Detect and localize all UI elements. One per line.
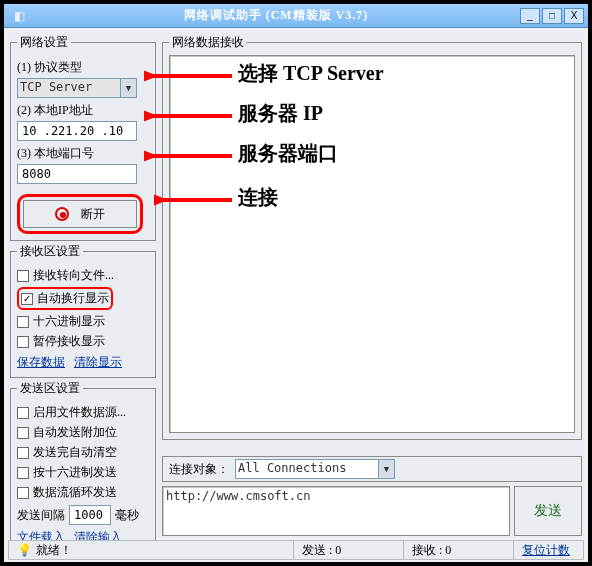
window-title: 网络调试助手 (CM精装版 V3.7) (34, 7, 518, 24)
tx-value: 0 (335, 543, 341, 558)
file-src-checkbox[interactable] (17, 407, 29, 419)
auto-clear-checkbox[interactable] (17, 447, 29, 459)
connection-target-label: 连接对象： (169, 461, 229, 478)
pause-view-checkbox[interactable] (17, 336, 29, 348)
loop-send-checkbox[interactable] (17, 487, 29, 499)
annotation-port: 服务器端口 (238, 140, 338, 167)
recv-to-file-label: 接收转向文件... (33, 267, 114, 284)
connection-target-select[interactable]: All Connections ▼ (235, 459, 395, 479)
interval-value[interactable] (72, 507, 108, 523)
local-ip-value[interactable] (20, 123, 134, 139)
local-port-label: (3) 本地端口号 (17, 145, 149, 162)
rx-value: 0 (445, 543, 451, 558)
recv-data-title: 网络数据接收 (169, 34, 247, 51)
hex-view-checkbox[interactable] (17, 316, 29, 328)
save-data-link[interactable]: 保存数据 (17, 355, 65, 369)
send-settings-title: 发送区设置 (17, 380, 83, 397)
recv-settings-title: 接收区设置 (17, 243, 83, 260)
recv-to-file-checkbox[interactable] (17, 270, 29, 282)
local-ip-input[interactable] (17, 121, 137, 141)
interval-input[interactable] (69, 505, 111, 525)
hex-send-checkbox[interactable] (17, 467, 29, 479)
reset-counter-link[interactable]: 复位计数 (522, 542, 570, 559)
protocol-type-value: TCP Server (20, 80, 92, 94)
loop-send-label: 数据流循环发送 (33, 484, 117, 501)
protocol-type-label: (1) 协议类型 (17, 59, 149, 76)
local-port-value[interactable] (20, 166, 134, 182)
bulb-icon: 💡 (17, 543, 32, 558)
system-menu-icon[interactable]: ◧ (10, 7, 28, 25)
send-textarea[interactable]: http://www.cmsoft.cn (162, 486, 510, 536)
recv-settings-group: 接收区设置 接收转向文件... 自动换行显示 十六进制显示 暂停接收显示 (10, 243, 156, 378)
recv-textarea[interactable] (169, 55, 575, 433)
status-ready: 就绪！ (36, 542, 72, 559)
local-ip-label: (2) 本地IP地址 (17, 102, 149, 119)
network-settings-group: 网络设置 (1) 协议类型 TCP Server ▼ (2) 本地IP地址 (3… (10, 34, 156, 241)
interval-label-a: 发送间隔 (17, 507, 65, 524)
pause-view-label: 暂停接收显示 (33, 333, 105, 350)
send-settings-group: 发送区设置 启用文件数据源... 自动发送附加位 发送完自动清空 按十六进制发送 (10, 380, 156, 553)
network-settings-title: 网络设置 (17, 34, 71, 51)
hex-view-label: 十六进制显示 (33, 313, 105, 330)
recv-data-group: 网络数据接收 (162, 34, 582, 440)
title-bar: ◧ 网络调试助手 (CM精装版 V3.7) _ □ X (4, 4, 588, 28)
tx-label: 发送 : (302, 542, 332, 559)
auto-append-checkbox[interactable] (17, 427, 29, 439)
annotation-ip: 服务器 IP (238, 100, 323, 127)
chevron-down-icon: ▼ (378, 460, 394, 478)
hex-send-label: 按十六进制发送 (33, 464, 117, 481)
local-port-input[interactable] (17, 164, 137, 184)
interval-label-b: 毫秒 (115, 507, 139, 524)
auto-wrap-checkbox[interactable] (21, 293, 33, 305)
minimize-button[interactable]: _ (520, 8, 540, 24)
connection-target-bar: 连接对象： All Connections ▼ (162, 456, 582, 482)
auto-append-label: 自动发送附加位 (33, 424, 117, 441)
disconnect-button[interactable]: 断开 (23, 200, 137, 228)
status-bar: 💡 就绪！ 发送 : 0 接收 : 0 复位计数 (8, 540, 584, 560)
chevron-down-icon: ▼ (120, 79, 136, 97)
annotation-connect: 连接 (238, 184, 278, 211)
maximize-button[interactable]: □ (542, 8, 562, 24)
auto-wrap-label: 自动换行显示 (37, 290, 109, 307)
protocol-type-select[interactable]: TCP Server ▼ (17, 78, 137, 98)
auto-wrap-highlight: 自动换行显示 (17, 287, 113, 310)
connection-target-value: All Connections (238, 461, 346, 475)
send-button[interactable]: 发送 (514, 486, 582, 536)
send-button-label: 发送 (534, 502, 562, 520)
clear-display-link[interactable]: 清除显示 (74, 355, 122, 369)
auto-clear-label: 发送完自动清空 (33, 444, 117, 461)
rx-label: 接收 : (412, 542, 442, 559)
disconnect-highlight: 断开 (17, 194, 143, 234)
record-icon (55, 207, 69, 221)
file-src-label: 启用文件数据源... (33, 404, 126, 421)
disconnect-label: 断开 (81, 206, 105, 223)
close-button[interactable]: X (564, 8, 584, 24)
annotation-protocol: 选择 TCP Server (238, 60, 384, 87)
